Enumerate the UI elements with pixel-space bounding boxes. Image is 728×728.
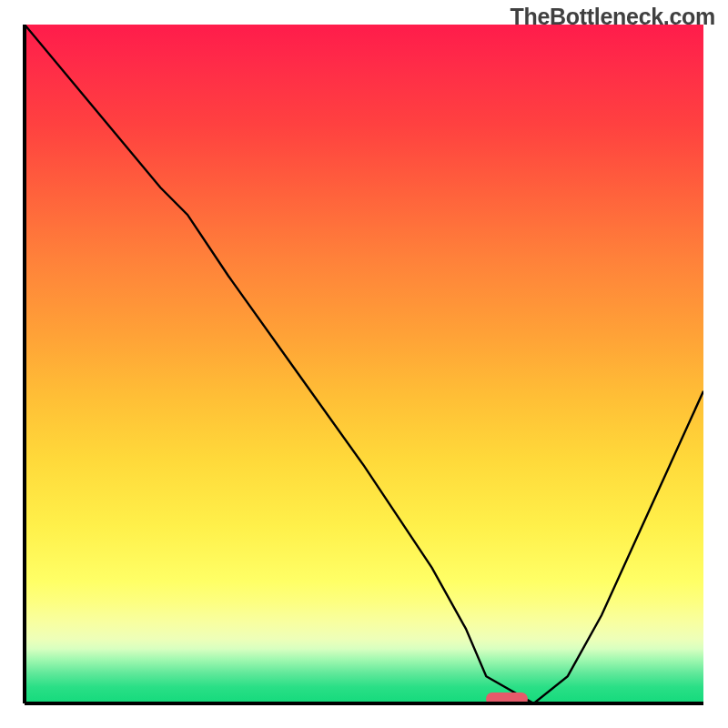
watermark-text: TheBottleneck.com <box>510 4 715 30</box>
optimal-marker <box>486 693 528 703</box>
chart-container: TheBottleneck.com <box>0 0 728 728</box>
plot-area <box>25 25 703 703</box>
curve-path <box>25 25 703 703</box>
bottleneck-curve <box>25 25 703 703</box>
